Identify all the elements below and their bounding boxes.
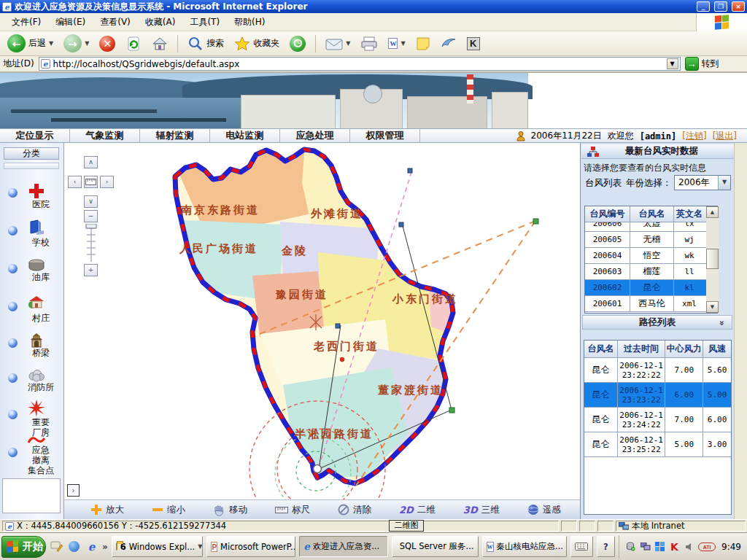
back-dropdown-icon[interactable]: ▼ xyxy=(49,40,53,47)
map-pan-button[interactable]: 移动 xyxy=(213,504,247,516)
sidebar-header[interactable]: 分类 xyxy=(4,147,59,160)
notes-button[interactable] xyxy=(413,35,433,52)
start-button[interactable]: 开始 xyxy=(1,536,46,558)
quicklaunch-show-desktop[interactable] xyxy=(50,540,63,554)
history-button[interactable]: 🕒︎ xyxy=(287,34,309,53)
stop-button[interactable]: ✕ xyxy=(96,34,118,53)
menu-tools[interactable]: 工具(T) xyxy=(182,14,227,31)
point-marker-blue[interactable] xyxy=(336,324,340,328)
track-row[interactable]: 昆仑 2006-12-123:24:22 7.00 6.00 xyxy=(584,408,731,432)
pan-down-button[interactable]: ∨ xyxy=(84,195,98,208)
district-map[interactable]: 南京东路街道 外滩街道 人民广场街道 金陵 豫园街道 小东门街道 老西门街道 董… xyxy=(64,143,580,499)
tab-permission[interactable]: 权限管理 xyxy=(350,129,420,142)
tab-emergency[interactable]: 应急处理 xyxy=(280,129,350,142)
path-list-bar[interactable]: 路径列表 « xyxy=(582,315,732,330)
pan-center-button[interactable] xyxy=(84,176,98,188)
menu-view[interactable]: 查看(V) xyxy=(93,14,138,31)
word-dropdown-icon[interactable]: ▼ xyxy=(400,40,405,47)
home-button[interactable] xyxy=(149,34,171,53)
expand-panel-button[interactable]: › xyxy=(67,484,80,497)
minimize-button[interactable]: _ xyxy=(697,1,710,12)
collapse-icon[interactable]: « xyxy=(716,320,727,326)
tray-volume-icon[interactable] xyxy=(684,541,694,552)
typhoon-row[interactable]: 200606 太虚 tx xyxy=(585,222,706,232)
zoom-in-button[interactable]: + xyxy=(84,264,98,276)
pan-right-button[interactable]: › xyxy=(100,176,114,188)
menu-edit[interactable]: 编辑(E) xyxy=(48,14,93,31)
year-select[interactable]: 2006年 ▼ xyxy=(674,175,731,190)
point-marker-green[interactable] xyxy=(449,408,454,413)
point-marker-blue[interactable] xyxy=(399,222,403,227)
map-zoom-in-button[interactable]: 放大 xyxy=(90,504,124,516)
refresh-button[interactable] xyxy=(123,34,144,53)
map-remote-sensing-button[interactable]: 遥感 xyxy=(527,504,561,516)
zoom-slider-handle[interactable] xyxy=(86,224,96,228)
point-marker-blue[interactable] xyxy=(408,168,412,173)
point-marker-green[interactable] xyxy=(533,219,538,224)
mail-button[interactable]: ▼ xyxy=(322,36,353,52)
taskbar-button-word[interactable]: W 秦山核电站应急... xyxy=(482,536,567,557)
menu-file[interactable]: 文件(F) xyxy=(4,14,48,31)
track-row[interactable]: 昆仑 2006-12-123:25:22 5.00 3.00 xyxy=(584,432,731,457)
map-zoom-out-button[interactable]: 缩小 xyxy=(152,504,185,516)
discuss-button[interactable] xyxy=(438,35,460,52)
tray-network-icon[interactable] xyxy=(640,541,651,552)
tray-ati-icon[interactable]: ATI xyxy=(698,542,716,551)
help-button[interactable]: ? xyxy=(597,536,615,557)
pan-up-button[interactable]: ∧ xyxy=(84,156,98,168)
map-2d-button[interactable]: 2D 二维 xyxy=(399,504,436,516)
menu-favorites[interactable]: 收藏(A) xyxy=(138,14,183,31)
typhoon-table-scrollbar[interactable]: ▲ ▼ xyxy=(706,206,719,313)
track-row[interactable]: 昆仑 2006-12-123:22:22 7.00 5.60 xyxy=(584,358,731,383)
address-input[interactable]: e http://localhost/QSgridwebgis/default.… xyxy=(39,57,681,71)
scroll-up-button[interactable]: ▲ xyxy=(706,206,719,218)
quicklaunch-media[interactable] xyxy=(67,540,81,554)
taskbar-button-explorer-group[interactable]: 6 Windows Expl... ▼ xyxy=(112,536,204,557)
print-button[interactable] xyxy=(357,35,381,52)
pan-left-button[interactable]: ‹ xyxy=(68,176,82,188)
favorites-button[interactable]: 收藏夹 xyxy=(231,34,282,53)
tray-sql-icon[interactable] xyxy=(625,541,636,552)
go-button[interactable]: → 转到 xyxy=(685,57,719,71)
tray-antivirus-icon[interactable]: K xyxy=(669,541,680,552)
restore-button[interactable]: ❐ xyxy=(714,1,727,12)
year-dropdown-icon[interactable]: ▼ xyxy=(718,176,730,190)
edit-with-word-button[interactable]: W ▼ xyxy=(385,36,408,50)
track-row-selected[interactable]: 昆仑 2006-12-123:23:22 6.00 5.00 xyxy=(584,383,731,408)
logout-link[interactable]: [注销] xyxy=(682,130,706,142)
tab-station[interactable]: 电站监测 xyxy=(210,129,280,142)
search-button[interactable]: 搜索 xyxy=(185,34,227,53)
tab-radiation[interactable]: 辐射监测 xyxy=(140,129,210,142)
quicklaunch-overflow-icon[interactable]: » xyxy=(102,542,108,552)
typhoon-center-marker[interactable] xyxy=(314,465,322,473)
tab-locate[interactable]: 定位显示 xyxy=(0,129,70,142)
map-ruler-button[interactable]: 标尺 xyxy=(275,504,310,516)
close-button[interactable]: × xyxy=(732,1,745,12)
taskbar-button-powerpoint[interactable]: P Microsoft PowerP... xyxy=(206,536,295,557)
typhoon-row[interactable]: 200603 榴莲 ll xyxy=(585,264,706,280)
map-clear-button[interactable]: 清除 xyxy=(338,504,371,516)
taskbar-clock[interactable]: 9:49 xyxy=(719,542,741,552)
quit-link[interactable]: [退出] xyxy=(713,130,737,142)
mail-dropdown-icon[interactable]: ▼ xyxy=(346,40,350,47)
tray-grid-icon[interactable] xyxy=(654,541,665,552)
k-tool-button[interactable]: K xyxy=(464,36,483,52)
quicklaunch-ie[interactable]: e xyxy=(85,540,98,554)
tab-weather[interactable]: 气象监测 xyxy=(70,129,140,142)
typhoon-row[interactable]: 200604 悟空 wk xyxy=(585,248,706,264)
keyboard-layout-button[interactable] xyxy=(570,536,593,557)
taskbar-button-sqlserver[interactable]: SQL Server 服务... xyxy=(392,536,478,557)
back-button[interactable]: ← 后退 ▼ xyxy=(4,33,56,54)
address-dropdown-icon[interactable]: ▼ xyxy=(667,58,678,69)
scroll-down-button[interactable]: ▼ xyxy=(706,301,719,313)
zoom-slider[interactable] xyxy=(85,224,97,262)
point-marker-red[interactable] xyxy=(340,357,344,362)
typhoon-row[interactable]: 200601 西马伦 xml xyxy=(585,296,706,312)
taskbar-button-ie-active[interactable]: e 欢迎进入应急资... xyxy=(299,536,388,557)
zoom-out-button[interactable]: − xyxy=(84,210,98,222)
scroll-thumb[interactable] xyxy=(706,249,719,269)
map-3d-button[interactable]: 3D 三维 xyxy=(463,504,500,516)
typhoon-row-selected[interactable]: 200602 昆仑 kl xyxy=(585,280,706,296)
forward-dropdown-icon[interactable]: ▼ xyxy=(85,40,89,47)
forward-button[interactable]: → ▼ xyxy=(61,33,92,54)
